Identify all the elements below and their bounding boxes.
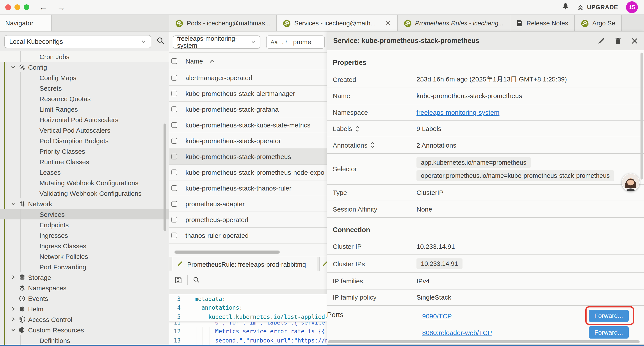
table-row-kube-prometheus-stack-prometheus-node-exporter[interactable]: kube-prometheus-stack-prometheus-node-ex… bbox=[169, 165, 326, 180]
tab-argo-se[interactable]: Argo Se bbox=[575, 15, 622, 31]
match-case-toggle[interactable]: Aa bbox=[270, 39, 278, 45]
close-window-button[interactable] bbox=[5, 4, 11, 10]
table-row-kube-prometheus-stack-kube-state-metrics[interactable]: kube-prometheus-stack-kube-state-metrics bbox=[169, 117, 326, 133]
namespace-filter-select[interactable]: freeleaps-monitoring-system bbox=[173, 35, 260, 49]
sidebar-item-resource-quotas[interactable]: Resource Quotas bbox=[0, 93, 169, 104]
namespace-link[interactable]: freeleaps-monitoring-system bbox=[416, 109, 500, 116]
bell-icon[interactable] bbox=[562, 3, 569, 12]
row-checkbox[interactable] bbox=[172, 217, 177, 223]
regex-toggle[interactable]: .* bbox=[281, 39, 288, 45]
table-row-prometheus-adapter[interactable]: prometheus-adapter bbox=[169, 196, 326, 212]
table-row-thanos-ruler-operated[interactable]: thanos-ruler-operated bbox=[169, 228, 326, 244]
sidebar-item-config[interactable]: Config bbox=[0, 62, 169, 72]
chevron-right-icon[interactable] bbox=[10, 275, 16, 280]
sidebar-item-pod-disruption-budgets[interactable]: Pod Disruption Budgets bbox=[0, 135, 169, 146]
kubeconfig-select[interactable]: Local Kubeconfigs bbox=[4, 35, 151, 48]
row-checkbox[interactable] bbox=[172, 122, 177, 128]
list-horizontal-scrollbar[interactable] bbox=[174, 251, 280, 254]
sidebar-item-custom-resources[interactable]: Custom Resources bbox=[0, 325, 169, 335]
row-checkbox[interactable] bbox=[172, 233, 177, 238]
upgrade-button[interactable]: UPGRADE bbox=[577, 4, 618, 11]
chevron-down-icon[interactable] bbox=[10, 64, 16, 70]
sidebar-item-storage[interactable]: Storage bbox=[0, 272, 169, 283]
close-tab-icon[interactable]: ✕ bbox=[385, 19, 391, 27]
tab-release-notes[interactable]: Release Notes bbox=[510, 15, 575, 31]
sidebar-item-config-maps[interactable]: Config Maps bbox=[0, 72, 169, 83]
sort-ascending-icon[interactable] bbox=[210, 59, 215, 63]
sidebar-item-helm[interactable]: Helm bbox=[0, 304, 169, 314]
sidebar-item-runtime-classes[interactable]: Runtime Classes bbox=[0, 156, 169, 167]
port-link[interactable]: 9090/TCP bbox=[422, 312, 452, 320]
sidebar-scrollbar[interactable] bbox=[164, 123, 166, 231]
forward-arrow-icon[interactable]: → bbox=[57, 3, 65, 11]
tab-navigator[interactable]: Navigator bbox=[0, 15, 52, 31]
port-link[interactable]: 8080:reloader-web/TCP bbox=[422, 329, 492, 336]
edit-pencil-icon[interactable] bbox=[598, 37, 605, 44]
sidebar-item-horizontal-pod-autoscalers[interactable]: Horizontal Pod Autoscalers bbox=[0, 114, 169, 125]
delete-trash-icon[interactable] bbox=[615, 37, 622, 44]
sidebar-item-secrets[interactable]: Secrets bbox=[0, 83, 169, 93]
back-arrow-icon[interactable]: ← bbox=[39, 3, 47, 11]
row-checkbox[interactable] bbox=[172, 138, 177, 144]
chevron-down-icon[interactable] bbox=[10, 201, 16, 206]
yaml-editor[interactable]: 3metadata:4annotations:5kubectl.kubernet… bbox=[169, 294, 327, 345]
sidebar-item-limit-ranges[interactable]: Limit Ranges bbox=[0, 104, 169, 114]
tab-services-icecheng-math[interactable]: Services - icecheng@math...✕ bbox=[277, 15, 398, 31]
sidebar-item-ingresses[interactable]: Ingresses bbox=[0, 230, 169, 240]
maximize-window-button[interactable] bbox=[24, 4, 29, 10]
tab-pods-icecheng-mathmas[interactable]: Pods - icecheng@mathmas... bbox=[169, 15, 277, 31]
sort-updown-icon[interactable] bbox=[355, 126, 360, 132]
sidebar-item-definitions[interactable]: Definitions bbox=[0, 335, 169, 345]
chevron-right-icon[interactable] bbox=[10, 306, 16, 311]
sidebar-item-vertical-pod-autoscalers[interactable]: Vertical Pod Autoscalers bbox=[0, 125, 169, 135]
table-row-kube-prometheus-stack-prometheus[interactable]: kube-prometheus-stack-prometheus bbox=[169, 149, 326, 165]
avatar[interactable] bbox=[622, 173, 640, 191]
forward-button[interactable]: Forward... bbox=[588, 310, 629, 322]
notification-count-badge[interactable]: 15 bbox=[626, 1, 638, 13]
editor-tab-partial[interactable] bbox=[319, 257, 327, 272]
row-checkbox[interactable] bbox=[172, 201, 177, 207]
table-row-alertmanager-operated[interactable]: alertmanager-operated bbox=[169, 70, 326, 86]
table-row-kube-prometheus-stack-alertmanager[interactable]: kube-prometheus-stack-alertmanager bbox=[169, 86, 326, 102]
detail-vertical-scrollbar[interactable] bbox=[640, 52, 643, 180]
sidebar-item-access-control[interactable]: Access Control bbox=[0, 314, 169, 325]
table-row-kube-prometheus-stack-grafana[interactable]: kube-prometheus-stack-grafana bbox=[169, 102, 326, 117]
minimize-window-button[interactable] bbox=[14, 4, 20, 10]
chevron-down-icon[interactable] bbox=[10, 327, 16, 333]
row-checkbox[interactable] bbox=[172, 91, 177, 96]
sidebar-item-ingress-classes[interactable]: Ingress Classes bbox=[0, 240, 169, 251]
row-checkbox[interactable] bbox=[172, 106, 177, 112]
save-icon[interactable] bbox=[174, 276, 182, 284]
sort-updown-icon[interactable] bbox=[370, 142, 375, 148]
sidebar-item-validating-webhook-configurations[interactable]: Validating Webhook Configurations bbox=[0, 188, 169, 198]
select-all-checkbox[interactable] bbox=[172, 58, 177, 64]
sidebar-item-events[interactable]: Events bbox=[0, 293, 169, 304]
search-icon[interactable] bbox=[156, 36, 164, 46]
detail-horizontal-scrollbar[interactable] bbox=[328, 340, 640, 343]
editor-tab-prometheusrule[interactable]: PrometheusRule: freeleaps-prod-rabbitmq bbox=[172, 257, 318, 272]
row-checkbox[interactable] bbox=[172, 185, 177, 191]
sidebar-item-leases[interactable]: Leases bbox=[0, 167, 169, 177]
sidebar-item-mutating-webhook-configurations[interactable]: Mutating Webhook Configurations bbox=[0, 177, 169, 188]
sidebar-item-services[interactable]: Services bbox=[0, 209, 169, 219]
table-row-kube-prometheus-stack-operator[interactable]: kube-prometheus-stack-operator bbox=[169, 133, 326, 149]
table-row-prometheus-operated[interactable]: prometheus-operated bbox=[169, 212, 326, 228]
sidebar-item-network[interactable]: Network bbox=[0, 198, 169, 209]
sidebar-item-priority-classes[interactable]: Priority Classes bbox=[0, 146, 169, 156]
forward-button[interactable]: Forward... bbox=[588, 326, 629, 339]
chevron-right-icon[interactable] bbox=[10, 317, 16, 322]
sidebar-item-endpoints[interactable]: Endpoints bbox=[0, 219, 169, 230]
tab-prometheus-rules-icecheng[interactable]: Prometheus Rules - icecheng... bbox=[398, 15, 510, 31]
close-icon[interactable] bbox=[631, 37, 638, 44]
table-row-kube-prometheus-stack-thanos-ruler[interactable]: kube-prometheus-stack-thanos-ruler bbox=[169, 180, 326, 196]
sidebar-item-port-forwarding[interactable]: Port Forwarding bbox=[0, 262, 169, 272]
list-search-input[interactable]: Aa .* prome bbox=[266, 35, 325, 49]
row-checkbox[interactable] bbox=[172, 75, 177, 81]
sidebar-item-network-policies[interactable]: Network Policies bbox=[0, 251, 169, 262]
row-checkbox[interactable] bbox=[172, 154, 177, 159]
sidebar-item-cron-jobs[interactable]: Cron Jobs bbox=[0, 51, 169, 62]
column-header-name[interactable]: Name bbox=[186, 57, 203, 65]
row-checkbox[interactable] bbox=[172, 169, 177, 175]
editor-search-icon[interactable] bbox=[193, 276, 200, 283]
sidebar-item-namespaces[interactable]: Namespaces bbox=[0, 283, 169, 293]
